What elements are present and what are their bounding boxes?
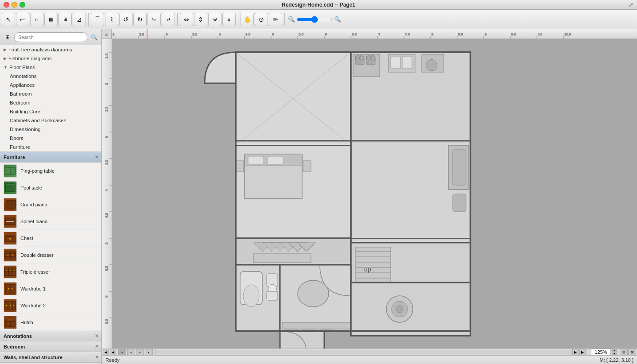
- shape-grand-piano[interactable]: Grand piano: [0, 196, 101, 213]
- svg-point-14: [12, 254, 13, 255]
- page-1-button[interactable]: ▪: [118, 349, 126, 355]
- undo-tool[interactable]: ↺: [119, 13, 132, 26]
- scroll-left-button[interactable]: ◀: [103, 349, 109, 355]
- scroll-next-page-button[interactable]: ▶: [572, 349, 579, 355]
- shape-triple-dresser[interactable]: Triple dresser: [0, 263, 101, 280]
- tree-label: Fault tree analysis diagrams: [8, 47, 72, 52]
- sidebar-item-fishbone[interactable]: ▶ Fishbone diagrams: [0, 54, 101, 63]
- double-dresser-icon: [4, 248, 17, 262]
- furniture-close-icon[interactable]: ✕: [95, 154, 99, 160]
- canvas[interactable]: up: [112, 39, 637, 349]
- scroll-right-button[interactable]: ▶: [579, 349, 586, 355]
- svg-text:7.5: 7.5: [405, 32, 410, 36]
- svg-text:1.5: 1.5: [105, 53, 109, 58]
- page-3-button[interactable]: ▪: [136, 349, 144, 355]
- sidebar-item-bathroom[interactable]: Bathroom: [0, 89, 101, 98]
- zoom-up-button[interactable]: ▲: [612, 349, 617, 352]
- sidebar-item-dimensioning[interactable]: Dimensioning: [0, 125, 101, 134]
- shape-ping-pong[interactable]: Ping-pong table: [0, 163, 101, 179]
- maximize-button[interactable]: [19, 2, 25, 8]
- view-actual-button[interactable]: ⊠: [628, 349, 636, 355]
- shape-wardrobe-2[interactable]: Wardrobe 2: [0, 297, 101, 314]
- svg-text:9.5: 9.5: [511, 32, 517, 36]
- annotations-close-icon[interactable]: ✕: [95, 333, 99, 339]
- svg-text:4.5: 4.5: [245, 32, 251, 36]
- page-4-button[interactable]: ▪: [145, 349, 153, 355]
- ruler-v-svg: 1.5 2 2.5 3 3.5 4 4.5 5 5.5 6 6.5: [102, 39, 112, 349]
- rectangle-tool[interactable]: ▭: [16, 13, 29, 26]
- pan-tool[interactable]: ✋: [241, 13, 254, 26]
- sidebar-item-annotations[interactable]: Annotations: [0, 72, 101, 81]
- rotate-cw-tool[interactable]: ⤷: [148, 13, 161, 26]
- close-button[interactable]: [4, 2, 9, 8]
- walls-close-icon[interactable]: ✕: [95, 354, 99, 360]
- grid-tool[interactable]: ▦: [44, 13, 58, 26]
- svg-text:2.5: 2.5: [105, 106, 109, 112]
- align-tool[interactable]: ≡: [222, 13, 236, 26]
- svg-rect-114: [402, 56, 412, 69]
- bedroom-close-icon[interactable]: ✕: [95, 344, 99, 349]
- furniture-category-header[interactable]: Furniture ✕: [0, 152, 101, 163]
- svg-text:3.5: 3.5: [105, 159, 109, 165]
- shape-pool-table[interactable]: Pool table: [0, 179, 101, 196]
- zoom-in-icon[interactable]: 🔍: [334, 16, 341, 23]
- shape-double-dresser[interactable]: Double dresser: [0, 247, 101, 263]
- shape-spinet-piano[interactable]: Spinet piano: [0, 213, 101, 230]
- annotations-category-header[interactable]: Annotations ✕: [0, 331, 101, 341]
- sidebar-item-bedroom[interactable]: Bedroom: [0, 98, 101, 107]
- search-input[interactable]: [14, 32, 87, 42]
- sidebar-item-doors[interactable]: Doors: [0, 134, 101, 143]
- svg-text:4: 4: [105, 189, 109, 191]
- redo-tool[interactable]: ↻: [133, 13, 147, 26]
- search-icon[interactable]: 🔍: [89, 32, 99, 42]
- rotate-ccw-tool[interactable]: ⤶: [162, 13, 175, 26]
- ellipse-tool[interactable]: ○: [30, 13, 43, 26]
- window-controls: [4, 2, 25, 8]
- cross-tool[interactable]: ⊞: [58, 13, 72, 26]
- flip-v-tool[interactable]: ⇕: [194, 13, 207, 26]
- shape-hutch[interactable]: Hutch: [0, 314, 101, 331]
- sidebar-item-fault-tree[interactable]: ▶ Fault tree analysis diagrams: [0, 45, 101, 54]
- shape-chest[interactable]: Chest: [0, 230, 101, 247]
- toolbar-sep-4: [284, 13, 285, 26]
- connect-tool[interactable]: ⊙: [255, 13, 268, 26]
- sidebar-grid-icon[interactable]: ⊞: [3, 32, 12, 42]
- scroll-track[interactable]: [155, 350, 571, 354]
- svg-rect-164: [282, 322, 351, 329]
- svg-text:5: 5: [105, 242, 109, 244]
- svg-point-172: [396, 306, 403, 313]
- svg-text:10.5: 10.5: [564, 32, 571, 36]
- expand-icon[interactable]: ⤢: [629, 1, 633, 8]
- zoom-input[interactable]: [591, 349, 611, 356]
- triangle-tool[interactable]: ⊿: [73, 13, 86, 26]
- line-tool[interactable]: ⌇: [105, 13, 118, 26]
- svg-point-25: [12, 288, 13, 289]
- select-tool[interactable]: ↖: [2, 13, 15, 26]
- group-tool[interactable]: ⊕: [208, 13, 221, 26]
- svg-rect-128: [453, 194, 466, 212]
- sidebar-item-appliances[interactable]: Appliances: [0, 81, 101, 89]
- walls-category-header[interactable]: Walls, shell and structure ✕: [0, 352, 101, 363]
- sidebar-item-cabinets-bookcases[interactable]: Cabinets and Bookcases: [0, 116, 101, 125]
- status-coordinates: M: [ 2.22, 3.18 ]: [600, 357, 633, 363]
- window-right-controls: ⤢: [629, 1, 633, 8]
- shape-wardrobe-1[interactable]: Wardrobe 1: [0, 280, 101, 297]
- flip-h-tool[interactable]: ⇔: [180, 13, 193, 26]
- view-fit-button[interactable]: ⊞: [620, 349, 628, 355]
- view-buttons: ⊞ ⊠: [620, 349, 636, 355]
- sidebar-item-furniture[interactable]: Furniture: [0, 143, 101, 151]
- ruler-corner: in: [102, 29, 112, 39]
- bedroom-category-header[interactable]: Bedroom ✕: [0, 341, 101, 352]
- page-2-button[interactable]: ▪: [127, 349, 135, 355]
- tree-label: Bedroom: [10, 100, 31, 105]
- sidebar-item-building-core[interactable]: Building Core: [0, 107, 101, 116]
- minimize-button[interactable]: [12, 2, 17, 8]
- sidebar-item-floor-plans[interactable]: ▼ Floor Plans: [0, 63, 101, 72]
- zoom-out-icon[interactable]: 🔍: [288, 16, 295, 23]
- svg-point-146: [243, 285, 259, 307]
- zoom-slider[interactable]: [297, 16, 332, 23]
- scroll-prev-page-button[interactable]: ◀: [110, 349, 116, 355]
- svg-text:3: 3: [105, 136, 109, 138]
- curve-tool[interactable]: ⌒: [91, 13, 104, 26]
- text-tool[interactable]: ✏: [269, 13, 282, 26]
